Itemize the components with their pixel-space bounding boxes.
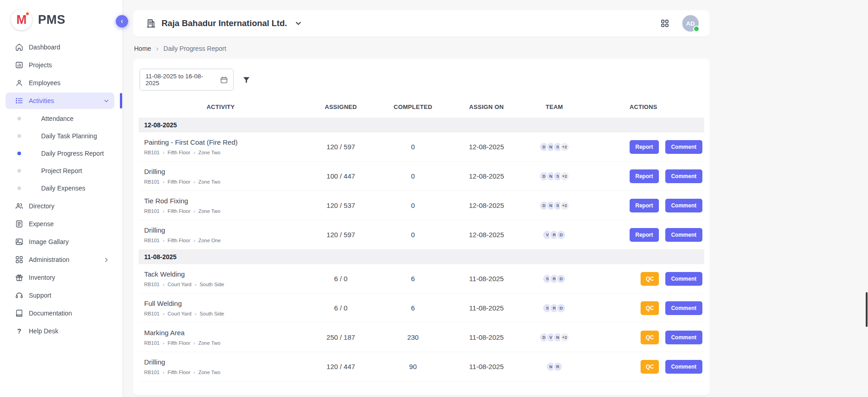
- chevron-right-icon: ›: [194, 150, 195, 155]
- assigned-value: 6 / 0: [302, 264, 379, 294]
- sidebar-item-label: Employees: [29, 79, 60, 87]
- bullet-dot-icon: [17, 134, 21, 138]
- sidebar-item-project-report[interactable]: Project Report: [5, 163, 114, 179]
- team-avatar-more[interactable]: +2: [560, 332, 570, 343]
- sidebar-item-dashboard[interactable]: Dashboard: [5, 39, 114, 55]
- sidebar-item-label: Help Desk: [29, 327, 59, 335]
- chevron-right-icon: ›: [194, 208, 195, 214]
- chevron-right-icon: ›: [163, 150, 165, 155]
- assign-on-value: 11-08-2025: [447, 323, 526, 352]
- chevron-down-icon: [103, 98, 110, 104]
- sidebar-item-label: Dashboard: [29, 44, 60, 51]
- grid-icon: [15, 256, 23, 264]
- date-group-header: 12-08-2025: [139, 118, 704, 132]
- completed-value: 230: [379, 323, 447, 352]
- assigned-value: 120 / 537: [302, 191, 379, 220]
- assigned-value: 6 / 0: [302, 294, 379, 323]
- activity-path: RB101›Court Yard›South Side: [144, 282, 299, 287]
- date-range-input[interactable]: 11-08-2025 to 16-08-2025: [140, 69, 234, 91]
- sidebar-item-label: Expense: [29, 220, 54, 228]
- comment-button[interactable]: Comment: [665, 199, 702, 212]
- report-button[interactable]: Report: [630, 169, 659, 183]
- qc-button[interactable]: QC: [641, 272, 659, 286]
- sidebar-item-documentation[interactable]: Documentation: [5, 305, 114, 321]
- team-avatar-more[interactable]: +2: [560, 201, 570, 211]
- completed-value: 0: [379, 132, 447, 162]
- report-button[interactable]: Report: [630, 228, 659, 242]
- activity-name: Tack Welding: [144, 270, 299, 278]
- sidebar-item-employees[interactable]: Employees: [5, 75, 114, 91]
- team-avatar[interactable]: D: [556, 230, 566, 240]
- sidebar-item-activities[interactable]: Activities: [5, 92, 114, 109]
- breadcrumb-home[interactable]: Home: [134, 45, 151, 52]
- activity-name: Drilling: [144, 168, 299, 175]
- sidebar-item-projects[interactable]: Projects: [5, 57, 114, 73]
- qc-button[interactable]: QC: [641, 360, 659, 374]
- table-row: Drilling RB101›Fifth Floor›Zone Two 100 …: [139, 162, 704, 191]
- sidebar-item-inventory[interactable]: Inventory: [5, 269, 114, 286]
- filter-funnel-icon[interactable]: [242, 76, 251, 84]
- column-header-assign-on: ASSIGN ON: [447, 98, 526, 118]
- team-avatars: D V N +2: [530, 332, 579, 343]
- sidebar-collapse-button[interactable]: ‹: [116, 15, 128, 27]
- completed-value: 0: [379, 191, 447, 220]
- app-logo: M PMS: [0, 0, 122, 38]
- sidebar-item-daily-task-planning[interactable]: Daily Task Planning: [5, 128, 114, 144]
- activity-path: RB101›Fifth Floor›Zone One: [144, 238, 299, 243]
- qc-button[interactable]: QC: [641, 301, 659, 315]
- sidebar-item-label: Activities: [29, 97, 54, 104]
- comment-button[interactable]: Comment: [665, 140, 702, 154]
- comment-button[interactable]: Comment: [665, 169, 702, 183]
- gift-box-icon: [15, 273, 23, 282]
- sidebar-item-daily-expenses[interactable]: Daily Expenses: [5, 180, 114, 196]
- user-avatar[interactable]: AD: [682, 15, 699, 32]
- qc-button[interactable]: QC: [641, 331, 659, 344]
- activity-name: Full Welding: [144, 299, 299, 307]
- comment-button[interactable]: Comment: [665, 272, 702, 286]
- sidebar-item-support[interactable]: Support: [5, 287, 114, 304]
- scrollbar[interactable]: [865, 0, 868, 397]
- report-button[interactable]: Report: [630, 199, 659, 212]
- table-row: Drilling RB101›Fifth Floor›Zone Two 120 …: [139, 352, 704, 381]
- company-selector[interactable]: Raja Bahadur International Ltd.: [146, 18, 302, 28]
- activity-path: RB101›Fifth Floor›Zone Two: [144, 179, 299, 185]
- comment-button[interactable]: Comment: [665, 331, 702, 344]
- bullet-dot-icon: [17, 186, 21, 190]
- sidebar-item-image-gallary[interactable]: Image Gallary: [5, 234, 114, 250]
- activity-path: RB101›Court Yard›South Side: [144, 311, 299, 316]
- report-button[interactable]: Report: [630, 140, 659, 154]
- comment-button[interactable]: Comment: [665, 228, 702, 242]
- completed-value: 90: [379, 352, 447, 381]
- team-avatar[interactable]: R: [553, 362, 563, 372]
- group-date: 12-08-2025: [139, 118, 704, 132]
- apps-grid-icon[interactable]: [660, 19, 669, 28]
- team-avatar-more[interactable]: +2: [560, 171, 570, 181]
- sidebar-item-directory[interactable]: Directory: [5, 198, 114, 214]
- chevron-right-icon: ›: [163, 340, 165, 346]
- sidebar-item-label: Support: [29, 292, 51, 299]
- team-avatar-more[interactable]: +2: [560, 142, 570, 152]
- assign-on-value: 12-08-2025: [447, 220, 526, 250]
- team-avatar[interactable]: D: [556, 303, 566, 313]
- column-header-activity: ACTIVITY: [139, 98, 302, 118]
- team-avatar[interactable]: D: [556, 274, 566, 284]
- sidebar-item-attendance[interactable]: Attendance: [5, 110, 114, 127]
- sidebar-item-administration[interactable]: Administration: [5, 251, 114, 268]
- sidebar-nav: Dashboard Projects Employees Activities …: [0, 39, 122, 339]
- home-icon: [15, 43, 23, 51]
- chevron-down-icon: [294, 19, 302, 27]
- headset-icon: [15, 291, 23, 299]
- scrollbar-thumb[interactable]: [866, 292, 868, 327]
- sidebar-item-expense[interactable]: Expense: [5, 216, 114, 232]
- activity-name: Drilling: [144, 358, 299, 366]
- bullet-dot-icon: [17, 169, 21, 173]
- column-header-team: TEAM: [526, 98, 583, 118]
- activity-path: RB101›Fifth Floor›Zone Two: [144, 208, 299, 214]
- sidebar-item-daily-progress-report[interactable]: Daily Progress Report: [5, 145, 114, 162]
- sidebar-item-help-desk[interactable]: ? Help Desk: [5, 323, 114, 339]
- column-header-completed: COMPLETED: [379, 98, 447, 118]
- comment-button[interactable]: Comment: [665, 360, 702, 374]
- table-row: Tie Rod Fixing RB101›Fifth Floor›Zone Tw…: [139, 191, 704, 220]
- sidebar: M PMS Dashboard Projects Employees Activ…: [0, 0, 122, 397]
- comment-button[interactable]: Comment: [665, 301, 702, 315]
